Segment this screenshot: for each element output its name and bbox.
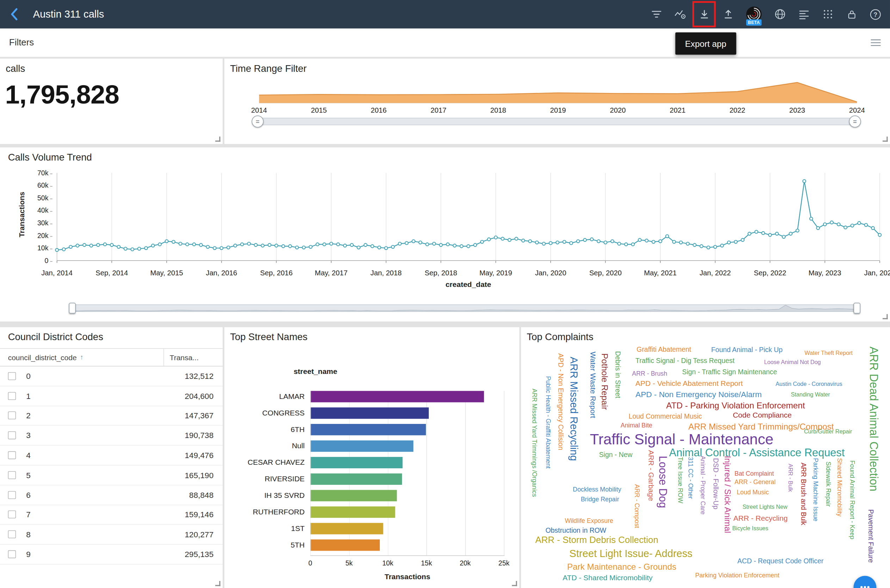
row-checkbox[interactable]	[8, 392, 16, 400]
wordcloud-word[interactable]: Animal Control - Assistance Request	[669, 447, 845, 458]
import-app-icon[interactable]	[722, 6, 735, 22]
table-row[interactable]: 7159,146	[0, 505, 223, 525]
wordcloud-word[interactable]: Code Compliance	[733, 411, 792, 418]
wordcloud-word[interactable]: Injured / Sick Animal	[724, 456, 732, 533]
table-row[interactable]: 688,848	[0, 485, 223, 505]
wordcloud-word[interactable]: ARR Brush and Bulk	[800, 463, 807, 525]
wordcloud-word[interactable]: Loose Dog	[658, 456, 669, 508]
row-checkbox[interactable]	[8, 491, 16, 499]
column-header-district[interactable]: council_district_code ↑	[0, 349, 164, 366]
wordcloud-word[interactable]: ARR - Recycling	[734, 514, 788, 522]
wordcloud-word[interactable]: Austin Code - Coronavirus	[776, 381, 842, 387]
wordcloud-word[interactable]: ARR - General	[735, 479, 776, 486]
chart-settings-icon[interactable]	[674, 6, 687, 22]
wordcloud-word[interactable]: Water Theft Report	[805, 351, 853, 356]
wordcloud-word[interactable]: Standing Water	[791, 392, 830, 398]
wordcloud-word[interactable]: Animal Bite	[621, 422, 652, 429]
table-row[interactable]: 5165,190	[0, 465, 223, 485]
wordcloud-word[interactable]: Loose Animal Not Dog	[764, 360, 821, 365]
wordcloud-word[interactable]: Found Animal Report - Keep	[849, 460, 855, 539]
wordcloud-word[interactable]: Traffic Signal - Dig Tess Request	[636, 357, 735, 364]
bar[interactable]	[311, 474, 402, 485]
wordcloud-word[interactable]: DSD - Follow-Up	[713, 458, 719, 509]
panel-resize-handle[interactable]	[215, 581, 221, 586]
bar[interactable]	[311, 424, 426, 435]
table-row[interactable]: 2147,367	[0, 406, 223, 426]
wordcloud-word[interactable]: APD - Vehicle Abatement Report	[636, 380, 743, 387]
filters-menu-icon[interactable]	[870, 39, 881, 47]
wordcloud-word[interactable]: Wildlife Exposure	[565, 518, 613, 524]
wordcloud-word[interactable]: ATD - Parking Violation Enforcement	[666, 401, 805, 410]
row-checkbox[interactable]	[8, 510, 16, 519]
app-logo[interactable]: BETA	[745, 6, 762, 22]
time-range-area-chart[interactable]	[259, 79, 857, 104]
wordcloud-word[interactable]: Debris in Street	[615, 351, 621, 398]
wordcloud-word[interactable]: ACD - Request Code Officer	[737, 558, 824, 564]
wordcloud-word[interactable]: Street Light Issue- Address	[569, 549, 692, 559]
wordcloud-word[interactable]: Parking Machine Issue	[812, 458, 819, 522]
panel-resize-handle[interactable]	[882, 136, 888, 142]
trend-range-slider[interactable]	[71, 304, 858, 312]
lock-icon[interactable]	[845, 6, 858, 22]
wordcloud-word[interactable]: Animal - Proper Care	[700, 456, 706, 514]
table-row[interactable]: 9295,135	[0, 545, 223, 564]
grid-icon[interactable]	[821, 6, 834, 22]
slider-handle-left[interactable]	[69, 303, 76, 314]
bar[interactable]	[311, 457, 403, 468]
export-app-icon[interactable]	[698, 6, 711, 22]
table-row[interactable]: 0132,512	[0, 366, 223, 386]
table-row[interactable]: 4149,476	[0, 446, 223, 465]
wordcloud-word[interactable]: Tree Issue ROW	[677, 457, 684, 504]
row-checkbox[interactable]	[8, 412, 16, 420]
wordcloud-word[interactable]: Shared Micromobility	[836, 458, 843, 516]
wordcloud-word[interactable]: ARR - Storm Debris Collection	[535, 536, 658, 545]
wordcloud-word[interactable]: Street Lights New	[743, 504, 788, 510]
wordcloud-word[interactable]: Sidewalk Repair	[825, 462, 831, 507]
wordcloud-word[interactable]: ATD - Shared Micromobility	[563, 574, 652, 582]
table-row[interactable]: 3190,738	[0, 426, 223, 446]
wordcloud-word[interactable]: Bat Complaint	[735, 471, 774, 477]
bar[interactable]	[311, 539, 379, 550]
slider-handle-left[interactable]	[251, 116, 263, 128]
wordcloud-word[interactable]: Water Waste Report	[589, 352, 597, 418]
globe-icon[interactable]	[773, 6, 786, 22]
wordcloud-word[interactable]: Curb/Gutter Repair	[804, 429, 852, 435]
wordcloud-word[interactable]: Loud Music	[737, 489, 769, 496]
filter-icon[interactable]	[650, 6, 663, 22]
wordcloud-word[interactable]: Traffic Signal - Maintenance	[590, 432, 773, 447]
time-range-slider[interactable]	[257, 118, 856, 125]
wordcloud-word[interactable]: ARR - Bulk	[788, 464, 793, 492]
wordcloud-word[interactable]: APD - Non Emergency Collision	[558, 354, 564, 450]
table-row[interactable]: 1204,600	[0, 386, 223, 406]
row-checkbox[interactable]	[8, 431, 16, 440]
slider-handle-right[interactable]	[854, 303, 860, 314]
wordcloud-word[interactable]: Pavement Failure	[867, 509, 874, 562]
row-checkbox[interactable]	[8, 531, 16, 539]
wordcloud-word[interactable]: Pothole Repair	[601, 354, 609, 410]
help-icon[interactable]: ?	[869, 6, 882, 22]
wordcloud-word[interactable]: APD - Non Emergency Noise/Alarm	[636, 390, 762, 399]
panel-resize-handle[interactable]	[512, 581, 517, 586]
wordcloud-word[interactable]: ARR Dead Animal Collection	[869, 346, 880, 491]
wordcloud-word[interactable]: Bridge Repair	[581, 496, 619, 502]
align-left-icon[interactable]	[797, 6, 810, 22]
wordcloud-word[interactable]: Loud Commercial Music	[628, 413, 702, 420]
table-row[interactable]: 8120,277	[0, 525, 223, 545]
bar[interactable]	[311, 490, 396, 501]
wordcloud-word[interactable]: Found Animal - Pick Up	[711, 346, 783, 353]
row-checkbox[interactable]	[8, 372, 16, 380]
column-header-transactions[interactable]: Transa...	[164, 349, 223, 366]
wordcloud-word[interactable]: Sign - Traffic Sign Maintenance	[682, 369, 777, 375]
wordcloud-word[interactable]: ARR - Brush	[632, 370, 668, 377]
wordcloud-word[interactable]: ARR Missed Recycling	[569, 357, 579, 461]
wordcloud-word[interactable]: Dockless Mobility	[573, 487, 621, 493]
row-checkbox[interactable]	[8, 471, 16, 479]
panel-resize-handle[interactable]	[882, 314, 888, 320]
panel-resize-handle[interactable]	[215, 136, 221, 142]
bar[interactable]	[311, 523, 383, 534]
bar[interactable]	[311, 506, 395, 518]
back-button[interactable]	[7, 6, 21, 22]
bar[interactable]	[311, 391, 484, 402]
wordcloud-word[interactable]: Obstruction in ROW	[546, 527, 606, 534]
volume-trend-plot[interactable]	[57, 173, 880, 264]
